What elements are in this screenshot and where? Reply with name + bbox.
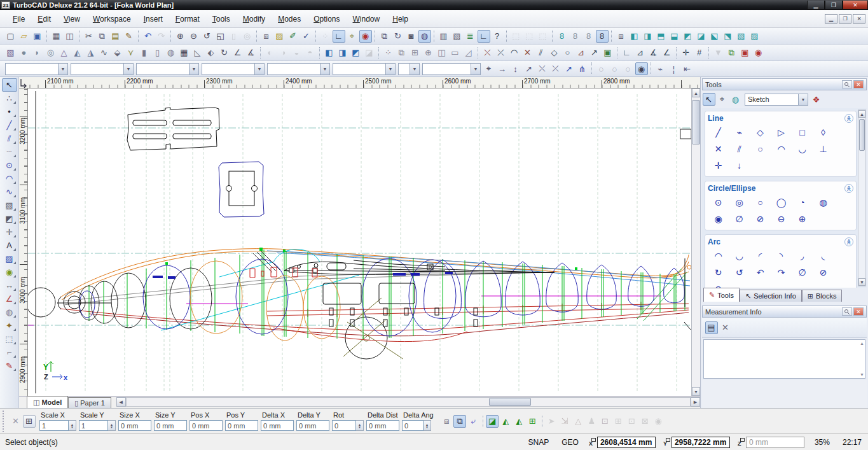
palette-scroll-thumb[interactable]	[859, 119, 865, 151]
camera-icon[interactable]: ◙	[405, 30, 418, 43]
ellipse-fixed-ratio-icon[interactable]: ⊕	[792, 211, 813, 227]
doc-close-button[interactable]: ✕	[853, 14, 865, 24]
center-snap-tool-icon[interactable]: ◉	[2, 265, 17, 279]
delta-ang-spinner[interactable]: ▲▼	[424, 420, 431, 431]
redline-tool-icon[interactable]: ✎	[2, 359, 17, 372]
selector-facet-icon[interactable]: ⊞	[526, 415, 539, 428]
snap-cross-2-icon[interactable]: ⤫	[549, 62, 562, 75]
arc-fixed-ratio-icon[interactable]: ⊖	[708, 281, 729, 288]
arc-tangent-line-icon[interactable]: ↶	[750, 264, 771, 281]
pen-width-combo[interactable]: ▼	[71, 63, 134, 75]
doc-minimize-button[interactable]: ▁	[825, 14, 837, 24]
view-bottom-icon[interactable]: ⬓	[668, 30, 681, 43]
spline-tool-icon[interactable]: ∿	[2, 185, 17, 199]
insert-drawing-icon[interactable]: ⧈	[260, 30, 273, 43]
cone-icon[interactable]: △	[58, 46, 71, 59]
tab-paper-1[interactable]: ▯ Paper 1	[68, 397, 111, 408]
cube-edit-icon[interactable]: ⧈	[615, 30, 628, 43]
ellipse-axes-icon[interactable]: ⊖	[771, 211, 792, 227]
rotated-copy-icon[interactable]: ↻	[392, 30, 404, 43]
close-button[interactable]: ✕	[843, 1, 868, 10]
tab-selection-info[interactable]: ↖ Selection Info	[740, 290, 802, 302]
shade-view-icon[interactable]: ▧	[451, 30, 464, 43]
copy-icon[interactable]: ⧉	[96, 30, 109, 43]
text-style-combo[interactable]: ▼	[333, 63, 396, 75]
spell-check-icon[interactable]: ✓	[300, 30, 313, 43]
brush-flyout-icon[interactable]: ❖	[810, 93, 823, 106]
print-region-icon[interactable]: ▣	[739, 46, 752, 59]
view-back-icon[interactable]: ⬔	[722, 30, 734, 43]
menu-window[interactable]: Window	[347, 13, 387, 25]
snap-parallel-icon[interactable]: ⫽	[535, 46, 548, 59]
array-radial-icon[interactable]: ⊕	[422, 46, 435, 59]
ellipse-icon[interactable]: ∅	[729, 211, 750, 227]
open-palette-icon[interactable]: ▨	[273, 30, 286, 43]
zoom-in-icon[interactable]: ⊕	[174, 30, 187, 43]
node-edit-small-icon[interactable]: ⌁	[654, 62, 667, 75]
view-top-icon[interactable]: ⬒	[655, 30, 668, 43]
view-iso-sw-icon[interactable]: ▨	[748, 30, 761, 43]
wedge-3d-icon[interactable]: ◮	[85, 46, 97, 59]
point-snap-tool-icon[interactable]: ∴	[2, 92, 17, 105]
restore-button[interactable]: ❐	[825, 1, 843, 10]
modify-tool-icon[interactable]: ✦	[2, 319, 17, 332]
collapse-chevron-icon[interactable]: ≪	[844, 237, 853, 246]
line-tangent-arc-icon[interactable]: ◠	[771, 141, 792, 157]
divider-small-icon[interactable]: ¦	[668, 62, 680, 75]
line-tool-icon[interactable]: ╱	[2, 118, 17, 132]
arc-concentric-icon[interactable]: ◡	[729, 248, 750, 264]
move-tool-icon[interactable]: ✛	[2, 225, 17, 239]
snap-nearest-icon[interactable]: ⤬	[481, 46, 494, 59]
menu-format[interactable]: Format	[169, 13, 206, 25]
revolve-30-icon[interactable]: ∡	[245, 46, 258, 59]
grid-toggle-icon[interactable]: #	[693, 46, 706, 59]
pushpin-icon[interactable]	[842, 307, 852, 316]
rot-spinner[interactable]: ▲▼	[356, 420, 364, 431]
geo-toggle[interactable]: GEO	[555, 438, 585, 447]
menu-modes[interactable]: Modes	[272, 13, 307, 25]
disk-3d-icon[interactable]: ◍	[165, 46, 177, 59]
snap-toggle[interactable]: SNAP	[522, 438, 556, 447]
line-cross-icon[interactable]: ✕	[708, 141, 729, 157]
tab-blocks[interactable]: ⊞ Blocks	[802, 290, 843, 302]
sweep-30-icon[interactable]: ∠	[231, 46, 244, 59]
line-tangent-circle-icon[interactable]: ○	[750, 141, 771, 157]
snap-vertical-icon[interactable]: ↕	[509, 62, 522, 75]
snap-cross-1-icon[interactable]: ⤬	[536, 62, 549, 75]
scale-y-input[interactable]	[79, 420, 108, 431]
scale-x-spinner[interactable]: ▲▼	[69, 420, 76, 431]
pushpin-icon[interactable]	[842, 80, 852, 88]
palette-scrollbar[interactable]: ▲ ▼	[858, 109, 866, 286]
delta-x-input[interactable]	[261, 420, 294, 431]
solid-tool-icon[interactable]: ◩	[2, 212, 17, 225]
line-axis-icon[interactable]: ✛	[708, 157, 729, 174]
arc-3point-icon[interactable]: ◝	[771, 248, 792, 264]
line-tangent-2arc-icon[interactable]: ◡	[792, 141, 813, 157]
construction-line-tool-icon[interactable]: ┄	[2, 145, 17, 158]
snap-intersection-icon[interactable]: ✕	[521, 46, 534, 59]
radial-target-icon[interactable]: ◉	[752, 46, 765, 59]
circle-snap-1-icon[interactable]: ◌	[595, 62, 608, 75]
delta-ang-input[interactable]	[402, 420, 424, 431]
double-line-tool-icon[interactable]: ⫽	[2, 132, 17, 145]
world-globe-icon[interactable]: ◍	[729, 93, 742, 106]
snap-fork-icon[interactable]: ⋔	[576, 62, 589, 75]
snap-arc-center-icon[interactable]: ◠	[508, 46, 521, 59]
facet-delete-icon[interactable]: ◩	[350, 46, 362, 59]
arc-start-end-icon[interactable]: ◜	[750, 248, 771, 264]
ucs-toggle-icon[interactable]: ∟	[478, 30, 490, 43]
format-painter-icon[interactable]: ✎	[123, 30, 135, 43]
fit-selection-icon[interactable]: ⧈	[440, 415, 453, 428]
circle-3point-icon[interactable]: ◯	[771, 194, 792, 211]
visual-style-hidden-icon[interactable]: 8	[569, 30, 582, 43]
scale-y-spinner[interactable]: ▲▼	[108, 420, 116, 431]
line-rotated-rectangle-icon[interactable]: ◊	[813, 124, 834, 141]
visual-style-wireframe-icon[interactable]: 8	[556, 30, 568, 43]
surface-book-icon[interactable]: ◫	[436, 46, 448, 59]
size-x-input[interactable]	[118, 420, 151, 431]
line-irregular-polygon-icon[interactable]: ▷	[771, 124, 792, 141]
arc-tool-icon[interactable]: ◠	[2, 172, 17, 185]
extrude-icon[interactable]: ⬙	[111, 46, 124, 59]
print-icon[interactable]: ▦	[50, 30, 63, 43]
view-right-icon[interactable]: ◪	[695, 30, 708, 43]
